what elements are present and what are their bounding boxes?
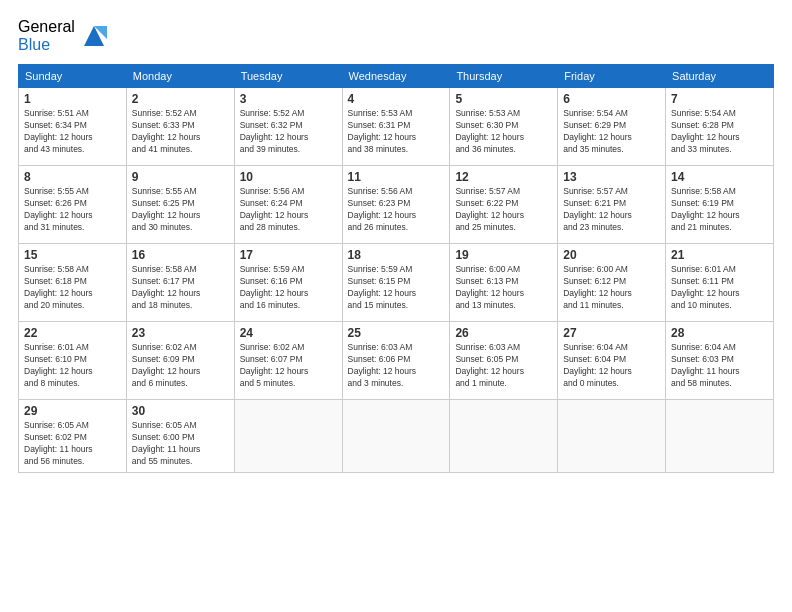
- calendar-week-2: 8Sunrise: 5:55 AM Sunset: 6:26 PM Daylig…: [19, 166, 774, 244]
- day-info: Sunrise: 6:03 AM Sunset: 6:05 PM Dayligh…: [455, 342, 552, 390]
- day-info: Sunrise: 5:55 AM Sunset: 6:25 PM Dayligh…: [132, 186, 229, 234]
- day-info: Sunrise: 5:53 AM Sunset: 6:31 PM Dayligh…: [348, 108, 445, 156]
- day-info: Sunrise: 6:03 AM Sunset: 6:06 PM Dayligh…: [348, 342, 445, 390]
- calendar-cell: 22Sunrise: 6:01 AM Sunset: 6:10 PM Dayli…: [19, 322, 127, 400]
- day-info: Sunrise: 5:56 AM Sunset: 6:23 PM Dayligh…: [348, 186, 445, 234]
- calendar-week-4: 22Sunrise: 6:01 AM Sunset: 6:10 PM Dayli…: [19, 322, 774, 400]
- weekday-header-saturday: Saturday: [666, 65, 774, 88]
- page: General Blue SundayMondayTuesdayWednesda…: [0, 0, 792, 612]
- day-number: 25: [348, 326, 445, 340]
- calendar-body: 1Sunrise: 5:51 AM Sunset: 6:34 PM Daylig…: [19, 88, 774, 473]
- calendar-cell: 25Sunrise: 6:03 AM Sunset: 6:06 PM Dayli…: [342, 322, 450, 400]
- logo: General Blue: [18, 18, 109, 54]
- day-number: 1: [24, 92, 121, 106]
- calendar-cell: 11Sunrise: 5:56 AM Sunset: 6:23 PM Dayli…: [342, 166, 450, 244]
- calendar-week-3: 15Sunrise: 5:58 AM Sunset: 6:18 PM Dayli…: [19, 244, 774, 322]
- calendar-cell: [234, 400, 342, 473]
- day-number: 28: [671, 326, 768, 340]
- day-number: 12: [455, 170, 552, 184]
- day-number: 15: [24, 248, 121, 262]
- calendar-cell: 24Sunrise: 6:02 AM Sunset: 6:07 PM Dayli…: [234, 322, 342, 400]
- day-info: Sunrise: 5:54 AM Sunset: 6:29 PM Dayligh…: [563, 108, 660, 156]
- day-info: Sunrise: 5:59 AM Sunset: 6:15 PM Dayligh…: [348, 264, 445, 312]
- day-number: 13: [563, 170, 660, 184]
- calendar-cell: 4Sunrise: 5:53 AM Sunset: 6:31 PM Daylig…: [342, 88, 450, 166]
- day-number: 3: [240, 92, 337, 106]
- calendar-week-5: 29Sunrise: 6:05 AM Sunset: 6:02 PM Dayli…: [19, 400, 774, 473]
- calendar: SundayMondayTuesdayWednesdayThursdayFrid…: [18, 64, 774, 473]
- day-info: Sunrise: 5:59 AM Sunset: 6:16 PM Dayligh…: [240, 264, 337, 312]
- day-number: 8: [24, 170, 121, 184]
- day-info: Sunrise: 6:00 AM Sunset: 6:13 PM Dayligh…: [455, 264, 552, 312]
- calendar-cell: [342, 400, 450, 473]
- calendar-cell: 21Sunrise: 6:01 AM Sunset: 6:11 PM Dayli…: [666, 244, 774, 322]
- day-info: Sunrise: 6:00 AM Sunset: 6:12 PM Dayligh…: [563, 264, 660, 312]
- day-number: 29: [24, 404, 121, 418]
- day-number: 27: [563, 326, 660, 340]
- day-number: 23: [132, 326, 229, 340]
- day-number: 26: [455, 326, 552, 340]
- calendar-cell: 12Sunrise: 5:57 AM Sunset: 6:22 PM Dayli…: [450, 166, 558, 244]
- calendar-cell: 9Sunrise: 5:55 AM Sunset: 6:25 PM Daylig…: [126, 166, 234, 244]
- calendar-cell: 8Sunrise: 5:55 AM Sunset: 6:26 PM Daylig…: [19, 166, 127, 244]
- weekday-header-monday: Monday: [126, 65, 234, 88]
- calendar-cell: 19Sunrise: 6:00 AM Sunset: 6:13 PM Dayli…: [450, 244, 558, 322]
- calendar-cell: 30Sunrise: 6:05 AM Sunset: 6:00 PM Dayli…: [126, 400, 234, 473]
- day-info: Sunrise: 5:52 AM Sunset: 6:33 PM Dayligh…: [132, 108, 229, 156]
- day-info: Sunrise: 5:58 AM Sunset: 6:19 PM Dayligh…: [671, 186, 768, 234]
- calendar-cell: [666, 400, 774, 473]
- header: General Blue: [18, 18, 774, 54]
- day-info: Sunrise: 5:52 AM Sunset: 6:32 PM Dayligh…: [240, 108, 337, 156]
- calendar-header-row: SundayMondayTuesdayWednesdayThursdayFrid…: [19, 65, 774, 88]
- day-number: 20: [563, 248, 660, 262]
- day-info: Sunrise: 6:01 AM Sunset: 6:10 PM Dayligh…: [24, 342, 121, 390]
- day-info: Sunrise: 5:54 AM Sunset: 6:28 PM Dayligh…: [671, 108, 768, 156]
- day-number: 18: [348, 248, 445, 262]
- day-number: 5: [455, 92, 552, 106]
- weekday-header-sunday: Sunday: [19, 65, 127, 88]
- logo-icon: [79, 21, 109, 51]
- calendar-cell: 20Sunrise: 6:00 AM Sunset: 6:12 PM Dayli…: [558, 244, 666, 322]
- calendar-cell: 5Sunrise: 5:53 AM Sunset: 6:30 PM Daylig…: [450, 88, 558, 166]
- day-number: 14: [671, 170, 768, 184]
- day-number: 6: [563, 92, 660, 106]
- day-number: 4: [348, 92, 445, 106]
- day-info: Sunrise: 5:53 AM Sunset: 6:30 PM Dayligh…: [455, 108, 552, 156]
- calendar-cell: 10Sunrise: 5:56 AM Sunset: 6:24 PM Dayli…: [234, 166, 342, 244]
- day-info: Sunrise: 6:04 AM Sunset: 6:04 PM Dayligh…: [563, 342, 660, 390]
- weekday-header-thursday: Thursday: [450, 65, 558, 88]
- day-info: Sunrise: 5:58 AM Sunset: 6:17 PM Dayligh…: [132, 264, 229, 312]
- calendar-cell: 26Sunrise: 6:03 AM Sunset: 6:05 PM Dayli…: [450, 322, 558, 400]
- day-info: Sunrise: 5:51 AM Sunset: 6:34 PM Dayligh…: [24, 108, 121, 156]
- day-info: Sunrise: 6:02 AM Sunset: 6:07 PM Dayligh…: [240, 342, 337, 390]
- day-info: Sunrise: 6:05 AM Sunset: 6:00 PM Dayligh…: [132, 420, 229, 468]
- day-number: 21: [671, 248, 768, 262]
- calendar-cell: 23Sunrise: 6:02 AM Sunset: 6:09 PM Dayli…: [126, 322, 234, 400]
- day-info: Sunrise: 6:05 AM Sunset: 6:02 PM Dayligh…: [24, 420, 121, 468]
- calendar-cell: 14Sunrise: 5:58 AM Sunset: 6:19 PM Dayli…: [666, 166, 774, 244]
- weekday-header-friday: Friday: [558, 65, 666, 88]
- calendar-cell: 28Sunrise: 6:04 AM Sunset: 6:03 PM Dayli…: [666, 322, 774, 400]
- calendar-cell: 7Sunrise: 5:54 AM Sunset: 6:28 PM Daylig…: [666, 88, 774, 166]
- day-number: 7: [671, 92, 768, 106]
- calendar-cell: 1Sunrise: 5:51 AM Sunset: 6:34 PM Daylig…: [19, 88, 127, 166]
- day-number: 17: [240, 248, 337, 262]
- day-info: Sunrise: 5:55 AM Sunset: 6:26 PM Dayligh…: [24, 186, 121, 234]
- weekday-header-wednesday: Wednesday: [342, 65, 450, 88]
- day-info: Sunrise: 5:56 AM Sunset: 6:24 PM Dayligh…: [240, 186, 337, 234]
- day-info: Sunrise: 6:01 AM Sunset: 6:11 PM Dayligh…: [671, 264, 768, 312]
- calendar-cell: 18Sunrise: 5:59 AM Sunset: 6:15 PM Dayli…: [342, 244, 450, 322]
- calendar-cell: 13Sunrise: 5:57 AM Sunset: 6:21 PM Dayli…: [558, 166, 666, 244]
- calendar-cell: 3Sunrise: 5:52 AM Sunset: 6:32 PM Daylig…: [234, 88, 342, 166]
- day-info: Sunrise: 5:57 AM Sunset: 6:22 PM Dayligh…: [455, 186, 552, 234]
- calendar-cell: 16Sunrise: 5:58 AM Sunset: 6:17 PM Dayli…: [126, 244, 234, 322]
- day-info: Sunrise: 5:58 AM Sunset: 6:18 PM Dayligh…: [24, 264, 121, 312]
- calendar-cell: 17Sunrise: 5:59 AM Sunset: 6:16 PM Dayli…: [234, 244, 342, 322]
- day-number: 2: [132, 92, 229, 106]
- calendar-cell: [558, 400, 666, 473]
- day-number: 11: [348, 170, 445, 184]
- calendar-cell: 27Sunrise: 6:04 AM Sunset: 6:04 PM Dayli…: [558, 322, 666, 400]
- calendar-cell: 6Sunrise: 5:54 AM Sunset: 6:29 PM Daylig…: [558, 88, 666, 166]
- day-info: Sunrise: 6:02 AM Sunset: 6:09 PM Dayligh…: [132, 342, 229, 390]
- day-number: 19: [455, 248, 552, 262]
